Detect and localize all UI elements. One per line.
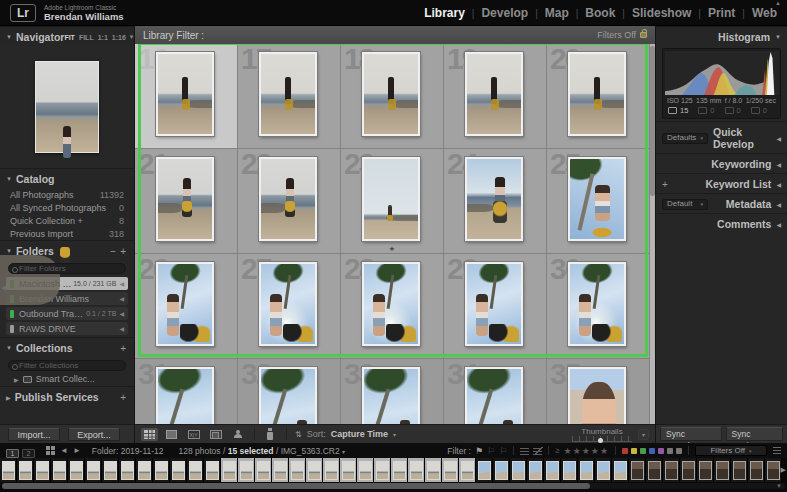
module-print[interactable]: Print [708,6,735,20]
navigator-zoom-fill[interactable]: FILL [79,34,94,41]
saved-preset-dropdown[interactable]: Defaults▾ [662,133,708,144]
photo-thumbnail[interactable] [156,157,214,241]
filmstrip-thumbnail[interactable] [748,458,765,482]
sync-settings-button[interactable]: Sync Settings [726,427,783,441]
star-icon[interactable]: ★ [564,446,573,456]
edited-filter-icon[interactable] [520,447,529,455]
filmstrip-thumbnail[interactable] [476,458,493,482]
filmstrip-thumbnail[interactable] [527,458,544,482]
filmstrip-thumbnail[interactable] [663,458,680,482]
flagged-filter-icon[interactable]: ⚑ [475,446,483,456]
color-label-chip[interactable] [631,448,637,454]
catalog-item[interactable]: All Photographs11392 [0,188,134,201]
grid-cell-19[interactable]: 19 [444,44,547,149]
keywording-header[interactable]: Keywording ◀ [656,153,787,173]
photo-thumbnail[interactable] [259,262,317,346]
filmstrip-thumbnail[interactable] [17,458,34,482]
survey-view-button[interactable] [207,428,224,441]
collection-row[interactable]: ▶Smart Collec... [14,374,128,384]
grid-cell-20[interactable]: 20 [547,44,650,149]
panel-collapse-top-icon[interactable]: ▲ [775,0,781,6]
grid-cell-24[interactable]: 24 [444,149,547,254]
grid-cell-35[interactable]: 35 [547,359,650,424]
grid-cell-31[interactable]: 31 [135,359,238,424]
photo-thumbnail[interactable] [156,367,214,424]
filmstrip-thumbnail[interactable] [272,458,289,482]
photo-thumbnail[interactable] [259,52,317,136]
module-slideshow[interactable]: Slideshow [632,6,691,20]
add-keyword-button[interactable]: + [662,179,668,190]
add-folder-button[interactable]: + [118,246,128,257]
catalog-header[interactable]: ▼ Catalog [0,168,134,188]
thumbnail-size-slider[interactable] [572,436,632,442]
filmstrip-thumbnail[interactable] [0,458,17,482]
publish-services-header[interactable]: ▶ Publish Services + [0,386,134,406]
filmstrip-thumbnail[interactable] [629,458,646,482]
filmstrip-thumbnail[interactable] [340,458,357,482]
navigator-zoom-fit[interactable]: FIT [64,34,75,41]
metadata-header[interactable]: Default▾ Metadata ◀ [656,193,787,213]
color-label-chip[interactable] [640,448,646,454]
filmstrip-thumbnail[interactable] [102,458,119,482]
loupe-view-button[interactable] [163,428,180,441]
grid-cell-26[interactable]: 26 [135,254,238,359]
people-view-button[interactable] [229,428,246,441]
photo-thumbnail[interactable] [259,367,317,424]
navigator-preview-image[interactable] [35,61,99,153]
unedited-filter-icon[interactable] [533,447,542,455]
filmstrip-count-label[interactable]: 128 photos / 15 selected / IMG_5363.CR2 … [179,446,346,456]
color-label-chip[interactable] [649,448,655,454]
filmstrip-thumbnail[interactable] [204,458,221,482]
grid-cell-30[interactable]: 30 [547,254,650,359]
filmstrip-thumbnail[interactable] [323,458,340,482]
metadata-preset-dropdown[interactable]: Default▾ [662,199,708,210]
module-book[interactable]: Book [585,6,615,20]
filmstrip-filters-dropdown[interactable]: Filters Off▾ [695,445,767,456]
grid-cell-21[interactable]: 21 [135,149,238,254]
photo-thumbnail[interactable] [568,367,626,424]
filmstrip-thumbnail[interactable] [170,458,187,482]
filmstrip-thumbnail[interactable] [459,458,476,482]
color-label-filters[interactable] [622,448,682,454]
grid-cell-29[interactable]: 29 [444,254,547,359]
filmstrip-thumbnail[interactable] [255,458,272,482]
filmstrip-thumbnail[interactable] [493,458,510,482]
module-library[interactable]: Library [424,6,465,20]
grid-cell-27[interactable]: 27 [238,254,341,359]
filmstrip-thumbnail[interactable] [680,458,697,482]
photo-thumbnail[interactable] [362,367,420,424]
histogram-chart[interactable] [665,51,779,95]
filmstrip-scroll-right-icon[interactable]: ▶ [781,466,786,474]
filter-folders-input[interactable]: Filter Folders [8,263,126,274]
rejected-filter-icon[interactable]: ⚐ [499,446,507,456]
rating-operator[interactable]: ≥ [555,446,559,455]
sort-direction-icon[interactable]: ⇅ [295,430,302,439]
import-button[interactable]: Import... [8,428,60,441]
filmstrip-thumbnail[interactable] [697,458,714,482]
navigator-header[interactable]: ▼ Navigator FITFILL1:11:16▾ [0,26,134,46]
filmstrip-thumbnail[interactable] [68,458,85,482]
next-photo-arrow[interactable]: ► [73,446,81,455]
photo-thumbnail[interactable] [568,157,626,241]
folder-row[interactable]: RAWS DRIVE◀ [6,322,128,335]
filmstrip-thumbnail[interactable] [612,458,629,482]
filmstrip-thumbnail[interactable] [544,458,561,482]
photo-thumbnail[interactable] [568,52,626,136]
keyword-list-header[interactable]: + Keyword List ◀ [656,173,787,193]
remove-folder-button[interactable]: − [108,246,118,257]
folder-row[interactable]: Outbound Travel Drive0.1 / 2 TB◀ [6,307,128,320]
sort-value[interactable]: Capture Time [331,429,388,439]
filmstrip-thumbnail[interactable] [85,458,102,482]
slider-knob[interactable] [598,438,603,443]
filmstrip-thumbnail[interactable] [119,458,136,482]
filters-state-label[interactable]: Filters Off [597,30,636,40]
filmstrip-thumbnail[interactable] [238,458,255,482]
filmstrip-thumbnail[interactable] [408,458,425,482]
window-1-button[interactable]: 1 [6,449,19,458]
catalog-item[interactable]: Previous Import318 [0,227,134,240]
photo-thumbnail[interactable] [465,52,523,136]
star-rating-filter[interactable]: ★★★★★ [564,446,609,456]
grid-cell-16[interactable]: 16 [135,44,238,149]
color-label-chip[interactable] [676,448,682,454]
filmstrip-thumbnail[interactable] [289,458,306,482]
